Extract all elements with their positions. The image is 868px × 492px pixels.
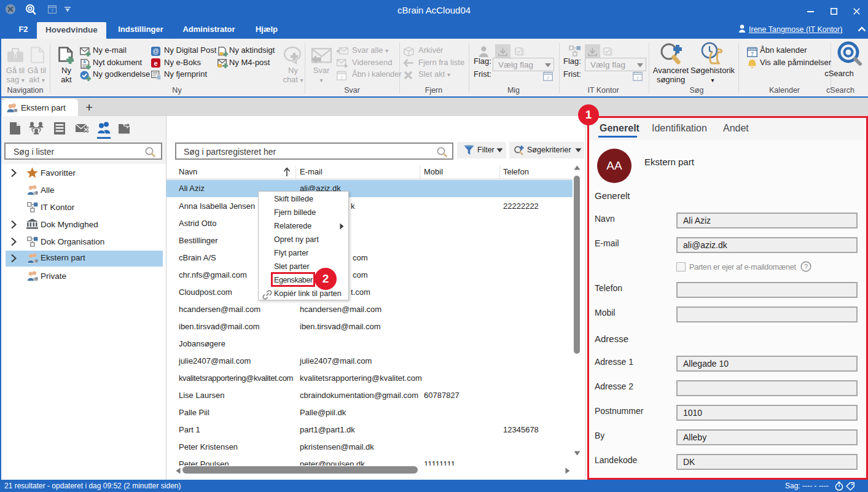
svg-text:A: A [83,60,86,64]
svg-text:7: 7 [547,76,550,81]
svg-text:@: @ [152,48,158,55]
svg-text:7: 7 [340,75,343,80]
svg-text:7: 7 [751,51,754,57]
svg-text:7: 7 [636,76,639,81]
svg-text:e: e [154,60,157,67]
